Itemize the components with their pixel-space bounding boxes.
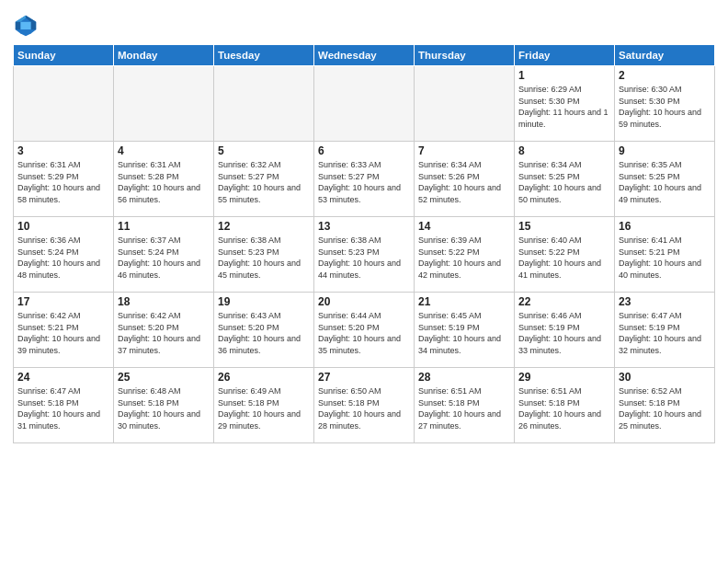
day-info: Sunrise: 6:36 AM Sunset: 5:24 PM Dayligh… <box>17 235 109 281</box>
calendar-cell: 6Sunrise: 6:33 AM Sunset: 5:27 PM Daylig… <box>314 142 415 217</box>
calendar-week-1: 3Sunrise: 6:31 AM Sunset: 5:29 PM Daylig… <box>14 142 715 217</box>
day-info: Sunrise: 6:46 AM Sunset: 5:19 PM Dayligh… <box>518 310 610 356</box>
calendar-cell: 11Sunrise: 6:37 AM Sunset: 5:24 PM Dayli… <box>114 217 214 293</box>
calendar-header-row: SundayMondayTuesdayWednesdayThursdayFrid… <box>14 45 715 66</box>
calendar-week-3: 17Sunrise: 6:42 AM Sunset: 5:21 PM Dayli… <box>14 293 715 368</box>
day-number: 10 <box>17 220 109 233</box>
day-number: 18 <box>118 295 210 308</box>
day-info: Sunrise: 6:44 AM Sunset: 5:20 PM Dayligh… <box>318 310 410 356</box>
day-info: Sunrise: 6:49 AM Sunset: 5:18 PM Dayligh… <box>218 385 310 431</box>
calendar-weekday-thursday: Thursday <box>415 45 515 66</box>
calendar-weekday-sunday: Sunday <box>14 45 114 66</box>
day-info: Sunrise: 6:51 AM Sunset: 5:18 PM Dayligh… <box>518 385 610 431</box>
day-number: 27 <box>318 371 410 384</box>
day-info: Sunrise: 6:34 AM Sunset: 5:25 PM Dayligh… <box>518 159 610 205</box>
day-info: Sunrise: 6:43 AM Sunset: 5:20 PM Dayligh… <box>218 310 310 356</box>
calendar-cell: 16Sunrise: 6:41 AM Sunset: 5:21 PM Dayli… <box>615 217 715 293</box>
calendar-cell: 26Sunrise: 6:49 AM Sunset: 5:18 PM Dayli… <box>214 368 314 443</box>
calendar-weekday-tuesday: Tuesday <box>214 45 314 66</box>
day-number: 6 <box>318 144 410 157</box>
day-info: Sunrise: 6:35 AM Sunset: 5:25 PM Dayligh… <box>619 159 711 205</box>
calendar-cell <box>214 66 314 142</box>
day-info: Sunrise: 6:41 AM Sunset: 5:21 PM Dayligh… <box>619 235 711 281</box>
calendar-table: SundayMondayTuesdayWednesdayThursdayFrid… <box>13 44 715 443</box>
day-number: 11 <box>118 220 210 233</box>
day-number: 29 <box>518 371 610 384</box>
calendar-cell: 21Sunrise: 6:45 AM Sunset: 5:19 PM Dayli… <box>415 293 515 368</box>
day-info: Sunrise: 6:38 AM Sunset: 5:23 PM Dayligh… <box>318 235 410 281</box>
day-number: 30 <box>619 371 711 384</box>
day-info: Sunrise: 6:42 AM Sunset: 5:21 PM Dayligh… <box>17 310 109 356</box>
day-info: Sunrise: 6:51 AM Sunset: 5:18 PM Dayligh… <box>418 385 510 431</box>
calendar-cell: 5Sunrise: 6:32 AM Sunset: 5:27 PM Daylig… <box>214 142 314 217</box>
calendar-cell: 29Sunrise: 6:51 AM Sunset: 5:18 PM Dayli… <box>515 368 615 443</box>
day-info: Sunrise: 6:30 AM Sunset: 5:30 PM Dayligh… <box>619 84 711 130</box>
calendar-cell: 22Sunrise: 6:46 AM Sunset: 5:19 PM Dayli… <box>515 293 615 368</box>
day-info: Sunrise: 6:45 AM Sunset: 5:19 PM Dayligh… <box>418 310 510 356</box>
calendar-cell: 3Sunrise: 6:31 AM Sunset: 5:29 PM Daylig… <box>14 142 114 217</box>
calendar-cell: 7Sunrise: 6:34 AM Sunset: 5:26 PM Daylig… <box>415 142 515 217</box>
page-header <box>13 9 715 39</box>
day-number: 20 <box>318 295 410 308</box>
day-number: 21 <box>418 295 510 308</box>
day-info: Sunrise: 6:32 AM Sunset: 5:27 PM Dayligh… <box>218 159 310 205</box>
calendar-cell: 12Sunrise: 6:38 AM Sunset: 5:23 PM Dayli… <box>214 217 314 293</box>
calendar-cell: 19Sunrise: 6:43 AM Sunset: 5:20 PM Dayli… <box>214 293 314 368</box>
day-info: Sunrise: 6:33 AM Sunset: 5:27 PM Dayligh… <box>318 159 410 205</box>
calendar-cell: 14Sunrise: 6:39 AM Sunset: 5:22 PM Dayli… <box>415 217 515 293</box>
calendar-cell: 2Sunrise: 6:30 AM Sunset: 5:30 PM Daylig… <box>615 66 715 142</box>
day-info: Sunrise: 6:40 AM Sunset: 5:22 PM Dayligh… <box>518 235 610 281</box>
calendar-cell: 17Sunrise: 6:42 AM Sunset: 5:21 PM Dayli… <box>14 293 114 368</box>
svg-marker-3 <box>16 22 21 29</box>
day-info: Sunrise: 6:37 AM Sunset: 5:24 PM Dayligh… <box>118 235 210 281</box>
day-number: 13 <box>318 220 410 233</box>
calendar-cell: 25Sunrise: 6:48 AM Sunset: 5:18 PM Dayli… <box>114 368 214 443</box>
calendar-weekday-monday: Monday <box>114 45 214 66</box>
day-info: Sunrise: 6:38 AM Sunset: 5:23 PM Dayligh… <box>218 235 310 281</box>
day-number: 23 <box>619 295 711 308</box>
day-number: 2 <box>619 69 711 82</box>
day-number: 24 <box>17 371 109 384</box>
day-number: 16 <box>619 220 711 233</box>
calendar-week-0: 1Sunrise: 6:29 AM Sunset: 5:30 PM Daylig… <box>14 66 715 142</box>
day-info: Sunrise: 6:50 AM Sunset: 5:18 PM Dayligh… <box>318 385 410 431</box>
calendar-cell <box>14 66 114 142</box>
calendar-cell: 18Sunrise: 6:42 AM Sunset: 5:20 PM Dayli… <box>114 293 214 368</box>
day-number: 17 <box>17 295 109 308</box>
calendar-weekday-saturday: Saturday <box>615 45 715 66</box>
day-info: Sunrise: 6:29 AM Sunset: 5:30 PM Dayligh… <box>518 84 610 130</box>
calendar-weekday-friday: Friday <box>515 45 615 66</box>
day-info: Sunrise: 6:34 AM Sunset: 5:26 PM Dayligh… <box>418 159 510 205</box>
day-number: 28 <box>418 371 510 384</box>
day-number: 7 <box>418 144 510 157</box>
day-info: Sunrise: 6:39 AM Sunset: 5:22 PM Dayligh… <box>418 235 510 281</box>
day-number: 15 <box>518 220 610 233</box>
day-number: 14 <box>418 220 510 233</box>
calendar-cell: 23Sunrise: 6:47 AM Sunset: 5:19 PM Dayli… <box>615 293 715 368</box>
day-info: Sunrise: 6:47 AM Sunset: 5:18 PM Dayligh… <box>17 385 109 431</box>
calendar-cell <box>415 66 515 142</box>
calendar-cell: 30Sunrise: 6:52 AM Sunset: 5:18 PM Dayli… <box>615 368 715 443</box>
calendar-cell: 24Sunrise: 6:47 AM Sunset: 5:18 PM Dayli… <box>14 368 114 443</box>
day-info: Sunrise: 6:52 AM Sunset: 5:18 PM Dayligh… <box>619 385 711 431</box>
calendar-weekday-wednesday: Wednesday <box>314 45 415 66</box>
calendar-cell: 15Sunrise: 6:40 AM Sunset: 5:22 PM Dayli… <box>515 217 615 293</box>
svg-marker-5 <box>20 22 30 29</box>
calendar-cell: 27Sunrise: 6:50 AM Sunset: 5:18 PM Dayli… <box>314 368 415 443</box>
day-info: Sunrise: 6:48 AM Sunset: 5:18 PM Dayligh… <box>118 385 210 431</box>
calendar-cell: 13Sunrise: 6:38 AM Sunset: 5:23 PM Dayli… <box>314 217 415 293</box>
day-number: 1 <box>518 69 610 82</box>
svg-marker-6 <box>20 29 30 36</box>
calendar-cell: 28Sunrise: 6:51 AM Sunset: 5:18 PM Dayli… <box>415 368 515 443</box>
day-number: 5 <box>218 144 310 157</box>
day-info: Sunrise: 6:47 AM Sunset: 5:19 PM Dayligh… <box>619 310 711 356</box>
calendar-cell <box>314 66 415 142</box>
page-container: SundayMondayTuesdayWednesdayThursdayFrid… <box>0 0 728 453</box>
day-info: Sunrise: 6:31 AM Sunset: 5:28 PM Dayligh… <box>118 159 210 205</box>
day-number: 22 <box>518 295 610 308</box>
logo <box>13 13 42 39</box>
day-number: 8 <box>518 144 610 157</box>
calendar-cell: 8Sunrise: 6:34 AM Sunset: 5:25 PM Daylig… <box>515 142 615 217</box>
day-number: 9 <box>619 144 711 157</box>
day-number: 19 <box>218 295 310 308</box>
